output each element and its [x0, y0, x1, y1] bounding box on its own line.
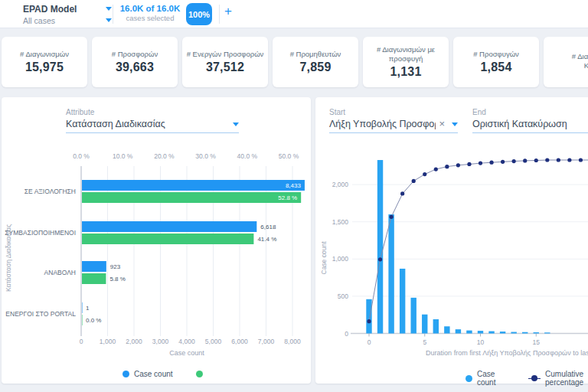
percentage-bar[interactable] — [82, 192, 301, 203]
cumulative-point[interactable] — [479, 162, 482, 165]
x-axis-tick-label: 0 — [80, 338, 83, 345]
bar-value-label: 5.8 % — [109, 276, 125, 283]
top-bar: EPAD Model All cases 16.0K of 16.0K case… — [0, 0, 588, 28]
cumulative-point[interactable] — [456, 163, 460, 167]
percentage-bar[interactable] — [82, 315, 83, 325]
x-axis-tick-label: 15 — [533, 338, 541, 346]
cumulative-point[interactable] — [467, 162, 471, 166]
clear-icon[interactable]: × — [439, 120, 445, 128]
cumulative-point[interactable] — [445, 165, 449, 168]
case-count-bar[interactable] — [82, 261, 106, 272]
cumulative-point[interactable] — [400, 191, 404, 195]
case-count-bar[interactable] — [82, 302, 83, 313]
histogram-bar[interactable] — [500, 332, 505, 333]
chevron-down-icon[interactable] — [233, 122, 239, 126]
histogram-bar[interactable] — [478, 331, 483, 333]
x-axis-tick-label: 5,000 — [205, 338, 222, 345]
legend-item[interactable] — [196, 371, 207, 377]
cumulative-point[interactable] — [378, 257, 382, 261]
cumulative-point[interactable] — [557, 158, 560, 162]
top-axis-tick-label: 0.0 % — [73, 152, 90, 160]
y-axis-tick-label: 1,000 — [332, 255, 349, 263]
kpi-card: # Προσφυγών1,854 — [453, 37, 539, 87]
start-dropdown-value: Λήξη Υποβολής Προσφορών — [329, 119, 436, 129]
histogram-bar[interactable] — [422, 315, 427, 334]
kpi-label: # Διαγωνισμών — [20, 50, 69, 59]
selected-cases-caption: cases selected — [116, 14, 184, 22]
histogram-bar[interactable] — [433, 319, 439, 333]
cumulative-point[interactable] — [489, 161, 493, 165]
kpi-value: 37,512 — [206, 60, 244, 74]
model-selector[interactable]: EPAD Model All cases — [23, 3, 112, 26]
category-label: ΕΝΕΡΓΟΙ ΣΤΟ PORTAL — [5, 310, 76, 318]
kpi-label-line2: προσφυγή — [389, 54, 423, 64]
add-tab-button[interactable]: + — [224, 4, 232, 19]
x-axis-tick-label: 1,000 — [100, 338, 116, 345]
end-dropdown-value: Οριστική Κατακύρωση — [472, 119, 588, 129]
cumulative-point[interactable] — [534, 158, 538, 162]
case-count-bar[interactable] — [82, 180, 305, 191]
chevron-down-icon[interactable] — [106, 7, 112, 11]
selected-cases-count: 16.0K of 16.0K — [116, 4, 184, 13]
histogram-bar[interactable] — [511, 332, 516, 334]
percentage-bar[interactable] — [82, 273, 106, 284]
histogram-bar[interactable] — [544, 332, 550, 333]
chevron-down-icon[interactable] — [106, 18, 112, 22]
legend-item[interactable]: Case count — [466, 370, 514, 387]
attribute-dropdown[interactable]: Attribute Κατάσταση Διαδικασίας — [66, 108, 239, 133]
end-activity-dropdown[interactable]: End Οριστική Κατακύρωση — [472, 108, 588, 133]
legend-item[interactable]: Cumulative percentage — [528, 370, 588, 387]
kpi-label: # Διαγωνισμών με — [377, 45, 435, 54]
cumulative-point[interactable] — [512, 159, 516, 163]
x-axis-tick-label: 8,000 — [284, 338, 301, 345]
histogram-bar[interactable] — [466, 331, 472, 334]
kpi-label: # Ενεργών Προσφορών — [187, 50, 264, 59]
bar-value-label: 6,618 — [260, 224, 276, 230]
cumulative-point[interactable] — [523, 158, 527, 162]
percentage-bar[interactable] — [82, 234, 253, 244]
histogram-bar[interactable] — [377, 160, 383, 333]
divider — [219, 5, 220, 24]
kpi-card: # Ενεργών Προσφορών37,512 — [182, 37, 268, 87]
kpi-card: # Προσφορών39,663 — [92, 37, 178, 87]
cumulative-point[interactable] — [423, 172, 426, 176]
cumulative-point[interactable] — [579, 158, 583, 162]
histogram-bar[interactable] — [411, 298, 416, 334]
histogram-bar[interactable] — [456, 329, 461, 333]
selection-percent-button[interactable]: 100% — [186, 3, 212, 25]
histogram-bar[interactable] — [522, 332, 528, 334]
histogram-bar[interactable] — [534, 332, 539, 333]
cumulative-point[interactable] — [434, 167, 438, 171]
cumulative-point[interactable] — [390, 215, 394, 219]
histogram-legend: Case countCumulative percentage — [466, 370, 588, 387]
kpi-value: 1,131 — [390, 65, 421, 79]
kpi-value: 15,975 — [25, 60, 64, 74]
cumulative-point[interactable] — [412, 179, 416, 183]
x-axis-tick-label: 2,000 — [126, 338, 142, 345]
dot-marker-icon — [122, 371, 129, 377]
bar-value-label: 1 — [86, 305, 90, 312]
cumulative-point[interactable] — [545, 158, 549, 162]
line-dot-marker-icon — [528, 375, 541, 382]
cumulative-point[interactable] — [501, 160, 505, 164]
y-axis-title: Κατάσταση Διαδικασίας — [5, 224, 12, 292]
histogram-bar[interactable] — [488, 332, 494, 334]
cumulative-point[interactable] — [567, 158, 571, 162]
y-axis-tick-label: 500 — [338, 292, 348, 300]
x-axis-title: Duration from first Λήξη Υποβολής Προσφο… — [426, 349, 588, 357]
cumulative-point[interactable] — [367, 319, 371, 323]
selection-summary: 16.0K of 16.0K cases selected — [116, 4, 184, 22]
case-count-bar[interactable] — [82, 221, 256, 232]
top-axis-tick-label: 10.0 % — [113, 152, 133, 160]
histogram-bar[interactable] — [388, 214, 394, 334]
legend-label: Case count — [477, 370, 514, 387]
start-activity-dropdown[interactable]: Start Λήξη Υποβολής Προσφορών × — [329, 108, 458, 133]
histogram-bar[interactable] — [444, 326, 449, 333]
x-axis-tick-label: 7,000 — [258, 338, 275, 345]
category-label: ΑΝΑΒΟΛΗ — [44, 269, 76, 276]
histogram-bar[interactable] — [400, 269, 405, 334]
histogram-bar[interactable] — [366, 299, 371, 334]
legend-item[interactable]: Case count — [122, 370, 173, 378]
chevron-down-icon[interactable] — [452, 122, 458, 126]
attribute-dropdown-value: Κατάσταση Διαδικασίας — [66, 119, 233, 129]
